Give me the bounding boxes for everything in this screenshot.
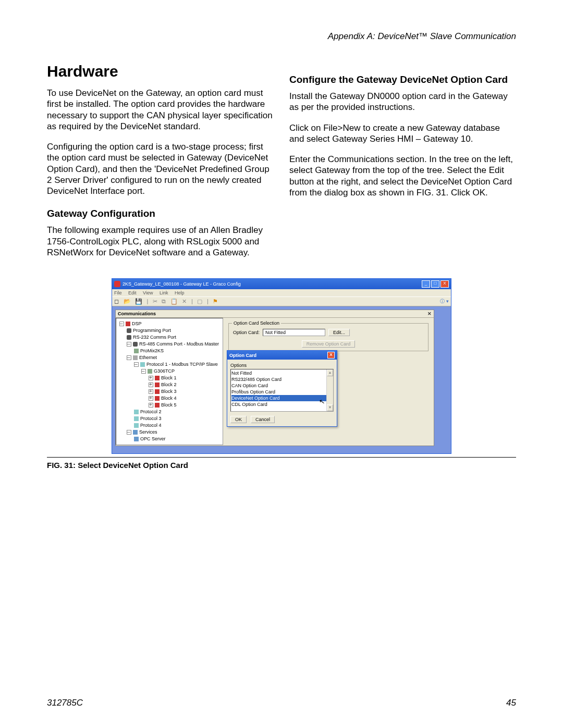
titlebar: 2KS_Gateway_LE_080108 - Gateway LE - Gra… [112,279,451,289]
options-listbox[interactable]: Not Fitted RS232/485 Option Card CAN Opt… [230,369,334,412]
workspace: Communications ✕ DSP Programming Port RS… [112,306,451,453]
tool-help-icon[interactable]: ⓘ ▾ [440,299,449,304]
tool-open-icon[interactable]: 📂 [124,298,131,304]
tree-block2[interactable]: Block 2 [161,382,177,387]
option-card-label: Option Card: [233,330,260,335]
options-label: Options [230,363,334,368]
heading-hardware: Hardware [47,63,274,80]
option-cdl[interactable]: CDL Option Card [231,401,333,408]
option-can[interactable]: CAN Option Card [231,382,333,389]
tool-flag-icon[interactable]: ⚑ [213,298,218,304]
scroll-up-icon[interactable]: ▲ [327,369,333,376]
tree-block4[interactable]: Block 4 [161,396,177,401]
remove-option-card-button: Remove Option Card [302,340,356,348]
scroll-down-icon[interactable]: ▼ [327,404,333,411]
right-column: Configure the Gateway DeviceNet Option C… [289,63,516,267]
tool-delete-icon[interactable]: ✕ [182,298,187,304]
tool-sep3: | [207,298,209,304]
dialog-title: Option Card [229,353,256,358]
app-icon [114,281,120,287]
tree-services[interactable]: Services [139,429,157,435]
menu-file[interactable]: File [114,290,122,295]
app-window: 2KS_Gateway_LE_080108 - Gateway LE - Gra… [112,278,451,454]
tree-view[interactable]: DSP Programming Port RS-232 Comms Port R… [116,318,223,445]
edit-button[interactable]: Edit... [328,329,350,336]
option-card-fieldset: Option Card Selection Option Card: Not F… [228,323,429,351]
tool-paste-icon[interactable]: 📋 [170,298,178,304]
heading-configure-option-card: Configure the Gateway DeviceNet Option C… [289,74,516,85]
footer-docid: 312785C [47,698,83,708]
para-1: To use DeviceNet on the Gateway, an opti… [47,88,274,132]
page-header: Appendix A: DeviceNet™ Slave Communicati… [47,31,516,42]
tree-protocol3[interactable]: Protocol 3 [140,416,162,421]
option-not-fitted[interactable]: Not Fitted [231,370,333,376]
tool-copy-icon[interactable]: ⧉ [162,298,166,304]
option-profibus[interactable]: Profibus Option Card [231,389,333,395]
tool-sep2: | [191,298,193,304]
ok-button[interactable]: OK [230,416,247,423]
tool-sep: | [147,298,149,304]
tree-block3[interactable]: Block 3 [161,389,177,394]
para-r1: Install the Gateway DN0000 option card i… [289,91,516,113]
figure-divider [47,457,516,458]
tree-promix[interactable]: ProMix2KS [140,348,164,353]
para-r3: Enter the Communications section. In the… [289,154,516,198]
tree-rs232[interactable]: RS-232 Comms Port [133,335,176,340]
tree-root[interactable]: DSP [132,321,142,326]
left-column: Hardware To use DeviceNet on the Gateway… [47,63,274,267]
cursor-icon: ↖ [319,398,325,405]
footer-page: 45 [506,698,516,708]
menu-link[interactable]: Link [160,290,168,295]
tool-save-icon[interactable]: 💾 [135,298,142,304]
close-button[interactable]: X [440,280,449,288]
menu-edit[interactable]: Edit [128,290,137,295]
tree-g306tcp[interactable]: G306TCP [154,368,175,374]
maximize-button[interactable]: □ [431,280,439,288]
menu-help[interactable]: Help [175,290,185,295]
tool-cut-icon[interactable]: ✂ [153,298,157,304]
tree-block1[interactable]: Block 1 [161,375,177,380]
option-card-dialog: Option Card X Options Not Fitted RS232/4… [227,350,337,427]
para-2: Configuring the option card is a two-sta… [47,141,274,196]
window-title: 2KS_Gateway_LE_080108 - Gateway LE - Gra… [123,281,241,287]
option-card-value: Not Fitted [263,329,325,336]
tree-opc[interactable]: OPC Server [140,436,166,441]
menu-view[interactable]: View [143,290,153,295]
heading-gateway-config: Gateway Configuration [47,208,274,219]
menubar[interactable]: File Edit View Link Help [112,289,451,297]
tree-protocol2[interactable]: Protocol 2 [140,409,162,414]
tree-ethernet[interactable]: Ethernet [139,355,157,360]
panel-close-icon[interactable]: ✕ [427,311,432,316]
figure-31: 2KS_Gateway_LE_080108 - Gateway LE - Gra… [47,278,516,470]
para-r2: Click on File>New to create a new Gatewa… [289,122,516,145]
tool-box-icon[interactable]: ▢ [197,298,202,304]
listbox-scrollbar[interactable]: ▲ ▼ [326,369,333,411]
fieldset-legend: Option Card Selection [232,320,281,326]
tree-rs485[interactable]: RS-485 Comms Port - Modbus Master [139,341,219,347]
tree-prog-port[interactable]: Programming Port [133,328,171,333]
cancel-button[interactable]: Cancel [251,416,275,423]
dialog-close-button[interactable]: X [327,352,335,359]
tool-new-icon[interactable]: ◻ [114,298,119,304]
option-rs232-485[interactable]: RS232/485 Option Card [231,376,333,382]
toolbar: ◻ 📂 💾 | ✂ ⧉ 📋 ✕ | ▢ | ⚑ ⓘ ▾ [112,297,451,306]
figure-caption: FIG. 31: Select DeviceNet Option Card [47,461,516,470]
minimize-button[interactable]: _ [422,280,430,288]
tree-protocol4[interactable]: Protocol 4 [140,423,162,428]
para-3: The following example requires use of an… [47,225,274,258]
panel-title-text: Communications [118,311,156,316]
tree-block5[interactable]: Block 5 [161,402,177,408]
option-devicenet[interactable]: DeviceNet Option Card [231,395,333,401]
tree-protocol1[interactable]: Protocol 1 - Modbus TCP/IP Slave [146,362,218,367]
